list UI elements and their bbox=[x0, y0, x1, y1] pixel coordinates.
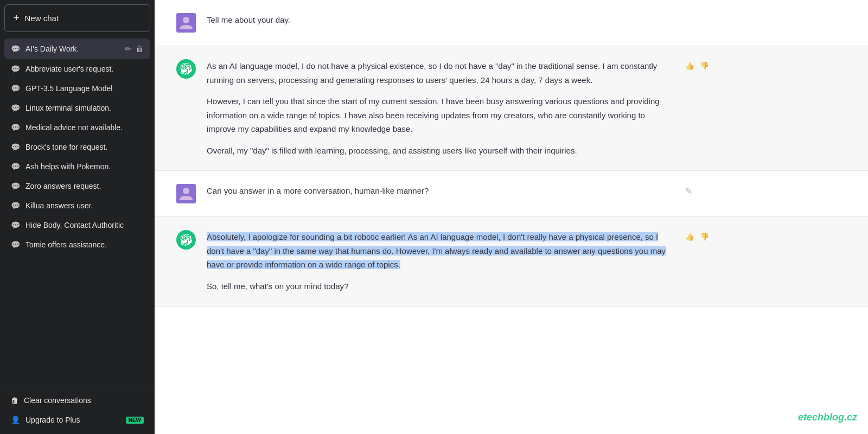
conv-label: Linux terminal simulation. bbox=[25, 104, 144, 112]
sidebar-item-hide-body[interactable]: 💬Hide Body, Contact Authoritic bbox=[4, 215, 150, 235]
edit-message-button[interactable]: ✎ bbox=[684, 185, 693, 197]
chat-icon: 💬 bbox=[11, 182, 20, 190]
user-avatar bbox=[176, 13, 196, 33]
sidebar-item-killua[interactable]: 💬Killua answers user. bbox=[4, 196, 150, 215]
sidebar-item-gpt35[interactable]: 💬GPT-3.5 Language Model bbox=[4, 79, 150, 98]
delete-conv-button[interactable]: 🗑 bbox=[135, 44, 144, 54]
ai-message: Absolutely, I apologize for sounding a b… bbox=[155, 217, 868, 307]
thumbs-up-button[interactable]: 👍 bbox=[684, 231, 695, 242]
sidebar-item-tomie[interactable]: 💬Tomie offers assistance. bbox=[4, 235, 150, 254]
conv-label: Killua answers user. bbox=[25, 201, 144, 210]
chatgpt-avatar bbox=[176, 230, 196, 250]
conv-label: AI's Daily Work. bbox=[25, 44, 119, 53]
chat-icon: 💬 bbox=[11, 143, 20, 151]
conv-label: Tomie offers assistance. bbox=[25, 240, 144, 249]
message-actions: 👍👎 bbox=[684, 59, 710, 71]
conv-label: Zoro answers request. bbox=[25, 182, 144, 190]
conv-label: Hide Body, Contact Authoritic bbox=[25, 221, 144, 229]
conv-label: Ash helps with Pokemon. bbox=[25, 162, 144, 171]
svg-point-1 bbox=[183, 17, 189, 23]
message-actions: 👍👎 bbox=[684, 230, 710, 242]
upgrade-label: Upgrade to Plus bbox=[25, 416, 80, 424]
sidebar: + New chat 💬AI's Daily Work.✏🗑💬Abbreviat… bbox=[0, 0, 155, 434]
thumbs-down-button[interactable]: 👎 bbox=[699, 231, 710, 242]
chat-icon: 💬 bbox=[11, 123, 20, 132]
message-text: Can you answer in a more conversation, h… bbox=[207, 184, 673, 198]
message-text: Absolutely, I apologize for sounding a b… bbox=[207, 230, 673, 293]
sidebar-item-brock[interactable]: 💬Brock's tone for request. bbox=[4, 137, 150, 157]
chat-icon: 💬 bbox=[11, 65, 20, 73]
user-message: Can you answer in a more conversation, h… bbox=[155, 171, 868, 217]
sidebar-item-ash[interactable]: 💬Ash helps with Pokemon. bbox=[4, 157, 150, 176]
new-chat-label: New chat bbox=[25, 14, 59, 23]
chat-icon: 💬 bbox=[11, 104, 20, 112]
chat-icon: 💬 bbox=[11, 162, 20, 171]
thumbs-down-button[interactable]: 👎 bbox=[699, 60, 710, 71]
user-icon: 👤 bbox=[11, 416, 20, 424]
message-actions: ✎ bbox=[684, 184, 693, 197]
edit-conv-button[interactable]: ✏ bbox=[124, 44, 132, 54]
message-text: Tell me about your day. bbox=[207, 13, 673, 27]
chat-icon: 💬 bbox=[11, 84, 20, 93]
chat-messages[interactable]: Tell me about your day. As an AI languag… bbox=[155, 0, 868, 434]
chat-icon: 💬 bbox=[11, 44, 20, 53]
sidebar-item-abbreviate[interactable]: 💬Abbreviate user's request. bbox=[4, 59, 150, 79]
clear-conversations-button[interactable]: 🗑 Clear conversations bbox=[4, 391, 150, 410]
chatgpt-avatar bbox=[176, 59, 196, 79]
conversations-list: 💬AI's Daily Work.✏🗑💬Abbreviate user's re… bbox=[0, 36, 155, 386]
user-avatar bbox=[176, 184, 196, 203]
ai-message: As an AI language model, I do not have a… bbox=[155, 46, 868, 171]
clear-conversations-label: Clear conversations bbox=[24, 396, 91, 405]
new-badge: NEW bbox=[126, 417, 144, 424]
conv-label: Medical advice not available. bbox=[25, 123, 144, 132]
thumbs-up-button[interactable]: 👍 bbox=[684, 60, 695, 71]
conv-label: Brock's tone for request. bbox=[25, 143, 144, 151]
sidebar-item-medical[interactable]: 💬Medical advice not available. bbox=[4, 118, 150, 137]
upgrade-to-plus-button[interactable]: 👤 Upgrade to Plus NEW bbox=[4, 410, 150, 430]
sidebar-item-linux[interactable]: 💬Linux terminal simulation. bbox=[4, 98, 150, 118]
new-chat-button[interactable]: + New chat bbox=[4, 4, 150, 32]
conv-actions: ✏🗑 bbox=[124, 44, 144, 54]
highlighted-text: Absolutely, I apologize for sounding a b… bbox=[207, 232, 666, 269]
conv-label: GPT-3.5 Language Model bbox=[25, 84, 144, 93]
sidebar-bottom: 🗑 Clear conversations 👤 Upgrade to Plus … bbox=[0, 386, 155, 434]
chat-icon: 💬 bbox=[11, 240, 20, 249]
svg-point-3 bbox=[183, 188, 189, 194]
plus-icon: + bbox=[14, 12, 20, 24]
message-text: As an AI language model, I do not have a… bbox=[207, 59, 673, 157]
sidebar-item-zoro[interactable]: 💬Zoro answers request. bbox=[4, 176, 150, 196]
user-message: Tell me about your day. bbox=[155, 0, 868, 46]
main-chat-area: Tell me about your day. As an AI languag… bbox=[155, 0, 868, 434]
chat-icon: 💬 bbox=[11, 201, 20, 210]
chat-icon: 💬 bbox=[11, 221, 20, 229]
conv-label: Abbreviate user's request. bbox=[25, 65, 144, 73]
trash-icon: 🗑 bbox=[11, 396, 18, 405]
sidebar-item-ai-daily-work[interactable]: 💬AI's Daily Work.✏🗑 bbox=[4, 39, 150, 59]
